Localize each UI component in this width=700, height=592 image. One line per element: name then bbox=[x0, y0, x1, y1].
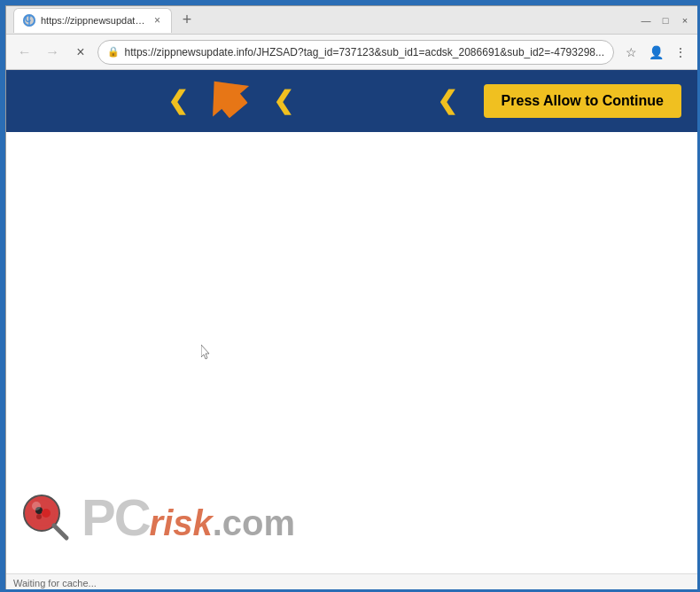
nav-actions: ☆ 👤 ⋮ bbox=[619, 41, 692, 64]
com-text: .com bbox=[213, 503, 295, 542]
lock-icon: 🔒 bbox=[107, 46, 120, 58]
navigation-bar: ← → × 🔒 https://zippnewsupdate.info/JHZS… bbox=[6, 35, 699, 70]
svg-point-10 bbox=[36, 514, 42, 519]
pc-text: PC bbox=[82, 488, 150, 546]
bookmark-star-button[interactable]: ☆ bbox=[619, 41, 642, 64]
press-allow-button[interactable]: Press Allow to Continue bbox=[484, 84, 681, 118]
svg-point-9 bbox=[42, 509, 51, 518]
maximize-button[interactable]: □ bbox=[658, 13, 673, 27]
arrows-area: ❮ ❮ bbox=[24, 70, 437, 132]
menu-button[interactable]: ⋮ bbox=[669, 41, 692, 64]
status-bar: Waiting for cache... bbox=[6, 573, 699, 591]
chevron-left-icon-2: ❮ bbox=[273, 89, 293, 113]
browser-window: https://zippnewsupdate.info/JH2 × + — □ … bbox=[5, 5, 700, 592]
minimize-button[interactable]: — bbox=[639, 13, 653, 27]
reload-close-button[interactable]: × bbox=[69, 41, 92, 64]
chevron-left-icon-3: ❮ bbox=[437, 89, 457, 113]
svg-marker-5 bbox=[201, 345, 209, 359]
svg-marker-4 bbox=[196, 70, 256, 126]
pcrisk-logo-icon bbox=[15, 488, 73, 546]
forward-button[interactable]: → bbox=[42, 41, 65, 64]
tab-area: https://zippnewsupdate.info/JH2 × + bbox=[13, 8, 634, 33]
watermark-text: PCrisk.com bbox=[82, 487, 295, 547]
back-button[interactable]: ← bbox=[13, 41, 36, 64]
svg-point-12 bbox=[32, 502, 41, 510]
profile-button[interactable]: 👤 bbox=[644, 41, 667, 64]
status-text: Waiting for cache... bbox=[13, 578, 97, 588]
new-tab-button[interactable]: + bbox=[175, 9, 198, 32]
mouse-cursor-icon bbox=[201, 345, 212, 361]
tab-title: https://zippnewsupdate.info/JH2 bbox=[41, 15, 147, 26]
svg-line-11 bbox=[54, 526, 66, 538]
address-bar[interactable]: 🔒 https://zippnewsupdate.info/JHZSAD?tag… bbox=[97, 40, 614, 65]
page-header: ❮ ❮ ❮ Press Allo bbox=[6, 70, 699, 132]
chevron-left-icon-1: ❮ bbox=[167, 89, 188, 113]
window-controls: — □ × bbox=[639, 13, 692, 27]
window-close-button[interactable]: × bbox=[678, 13, 692, 27]
title-bar: https://zippnewsupdate.info/JH2 × + — □ … bbox=[6, 6, 699, 35]
risk-text: risk bbox=[150, 503, 213, 542]
page-content: ❮ ❮ ❮ Press Allo bbox=[6, 70, 699, 591]
watermark: PCrisk.com bbox=[15, 487, 295, 547]
orange-arrow-icon bbox=[195, 70, 266, 132]
address-text: https://zippnewsupdate.info/JHZSAD?tag_i… bbox=[125, 46, 604, 58]
browser-tab[interactable]: https://zippnewsupdate.info/JH2 × bbox=[13, 8, 172, 33]
tab-close-button[interactable]: × bbox=[152, 14, 162, 27]
tab-favicon bbox=[23, 14, 35, 27]
main-content: PCrisk.com bbox=[6, 132, 699, 573]
